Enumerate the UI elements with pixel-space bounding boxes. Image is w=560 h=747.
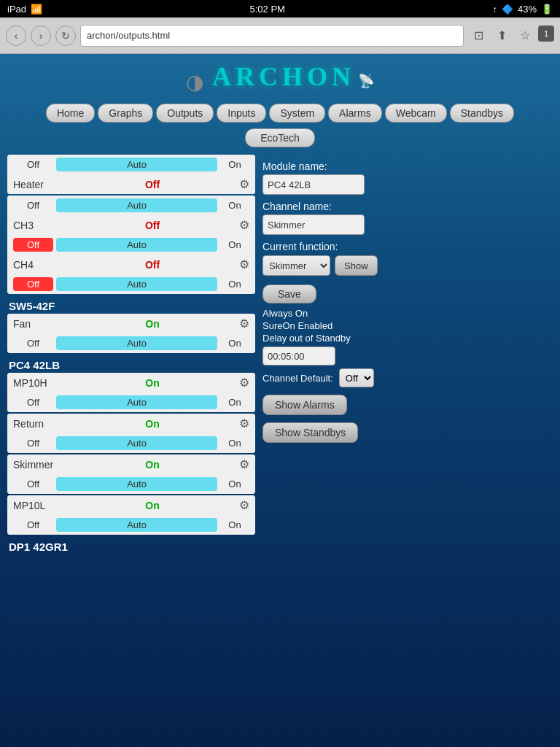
channel-name-label: Channel name: — [262, 201, 553, 212]
ch3-off2-btn[interactable]: Off — [13, 238, 53, 252]
show-button[interactable]: Show — [335, 255, 378, 276]
nav-ecotech[interactable]: EcoTech — [245, 128, 315, 147]
ch4-auto-btn[interactable]: Auto — [56, 277, 217, 291]
skimmer-auto-btn[interactable]: Auto — [56, 477, 217, 491]
show-alarms-button[interactable]: Show Alarms — [262, 395, 347, 415]
return-gear-icon[interactable]: ⚙ — [239, 417, 249, 430]
nav-system[interactable]: System — [269, 104, 325, 123]
channel-row-skimmer-name: Skimmer On ⚙ — [7, 454, 255, 474]
return-off-btn[interactable]: Off — [13, 436, 53, 450]
channel-block-return: Return On ⚙ Off Auto On — [7, 414, 255, 453]
channel-row-heater-controls: Off Auto On — [7, 155, 255, 174]
nav-webcam[interactable]: Webcam — [385, 104, 447, 123]
channel-row-mp10h-controls: Off Auto On — [7, 392, 255, 412]
group-label-sw5: SW5-42F — [7, 295, 255, 314]
heater-auto-btn[interactable]: Auto — [56, 158, 217, 171]
mp10l-label: MP10L — [13, 500, 71, 511]
ch3-auto2-btn[interactable]: Auto — [56, 238, 217, 252]
mp10l-auto-btn[interactable]: Auto — [56, 518, 217, 532]
left-panel: Off Auto On Heater Off ⚙ Off Auto On — [7, 155, 255, 554]
channel-row-ch4-name: CH4 Off ⚙ — [7, 255, 255, 274]
mp10l-off-btn[interactable]: Off — [13, 518, 53, 532]
mp10h-gear-icon[interactable]: ⚙ — [239, 376, 249, 390]
logo-icon: ◑ — [186, 70, 203, 94]
ch4-label: CH4 — [13, 259, 71, 271]
mp10l-gear-icon[interactable]: ⚙ — [239, 498, 249, 512]
share-btn[interactable]: ⬆ — [491, 26, 512, 46]
main-content: Off Auto On Heater Off ⚙ Off Auto On — [0, 155, 560, 554]
nav-alarms[interactable]: Alarms — [328, 104, 382, 123]
skimmer-gear-icon[interactable]: ⚙ — [239, 457, 249, 471]
nav-inputs[interactable]: Inputs — [217, 104, 266, 123]
heater-off-btn[interactable]: Off — [13, 158, 53, 171]
channel-block-skimmer: Skimmer On ⚙ Off Auto On — [7, 454, 255, 494]
ch3-label: CH3 — [13, 220, 71, 231]
mp10h-on-btn[interactable]: On — [220, 395, 249, 409]
return-auto-btn[interactable]: Auto — [56, 436, 217, 450]
ch3-on-btn[interactable]: On — [220, 198, 249, 212]
nav-bar: Home Graphs Outputs Inputs System Alarms… — [0, 98, 560, 128]
url-bar[interactable] — [80, 25, 464, 47]
status-left: iPad 📶 — [7, 4, 42, 15]
status-bar: iPad 📶 5:02 PM ↑ 🔷 43% 🔋 — [0, 0, 560, 18]
channel-row-mp10h-name: MP10H On ⚙ — [7, 373, 255, 392]
heater-on-btn[interactable]: On — [220, 158, 249, 171]
battery-text: 43% — [518, 4, 537, 15]
skimmer-off-btn[interactable]: Off — [13, 477, 53, 491]
forward-button[interactable]: › — [31, 26, 51, 46]
skimmer-label: Skimmer — [13, 459, 71, 471]
channel-row-ch3-name: CH3 Off ⚙ — [7, 215, 255, 235]
nav-graphs[interactable]: Graphs — [98, 104, 153, 123]
header-logo: ◑ ARCHON 📡 — [0, 54, 560, 98]
module-name-input[interactable] — [262, 174, 365, 195]
ocean-background: ◑ ARCHON 📡 Home Graphs Outputs Inputs Sy… — [0, 54, 560, 747]
save-button[interactable]: Save — [262, 285, 316, 303]
fan-off-btn[interactable]: Off — [13, 336, 53, 350]
channel-block-fan: Fan On ⚙ Off Auto On — [7, 314, 255, 353]
screen-btn[interactable]: ⊡ — [468, 26, 489, 46]
mp10h-auto-btn[interactable]: Auto — [56, 395, 217, 409]
wifi-icon: 📶 — [31, 4, 42, 15]
reload-button[interactable]: ↻ — [55, 26, 76, 46]
always-on-text: Always On — [262, 308, 553, 319]
channel-row-ch3-controls: Off Auto On — [7, 196, 255, 215]
ch4-gear-icon[interactable]: ⚙ — [239, 258, 249, 271]
function-select[interactable]: Skimmer Always On Heater — [262, 255, 330, 276]
sure-on-text: SureOn Enabled — [262, 320, 553, 331]
channel-default-select[interactable]: Off On — [339, 368, 374, 387]
heater-gear-icon[interactable]: ⚙ — [239, 177, 249, 191]
arrow-up-icon: ↑ — [492, 4, 497, 15]
nav-outputs[interactable]: Outputs — [156, 104, 214, 123]
ch3-off-btn[interactable]: Off — [13, 198, 53, 212]
right-panel: Module name: Channel name: Current funct… — [262, 155, 553, 554]
group-label-dp1: DP1 42GR1 — [7, 536, 255, 554]
tab-badge[interactable]: 1 — [538, 26, 554, 42]
nav-home[interactable]: Home — [46, 104, 95, 123]
mp10l-on-btn[interactable]: On — [220, 518, 249, 532]
ch3-on2-btn[interactable]: On — [220, 238, 249, 252]
mp10h-status: On — [71, 377, 233, 389]
channel-row-mp10l-name: MP10L On ⚙ — [7, 495, 255, 515]
ch4-off-btn[interactable]: Off — [13, 277, 53, 291]
browser-chrome: ‹ › ↻ ⊡ ⬆ ☆ 1 — [0, 18, 560, 54]
skimmer-on-btn[interactable]: On — [220, 477, 249, 491]
fan-gear-icon[interactable]: ⚙ — [239, 317, 249, 330]
mp10h-label: MP10H — [13, 377, 71, 389]
return-on-btn[interactable]: On — [220, 436, 249, 450]
show-standbys-button[interactable]: Show Standbys — [262, 422, 358, 443]
ch4-on-btn[interactable]: On — [220, 277, 249, 291]
fan-label: Fan — [13, 318, 71, 330]
fan-on-btn[interactable]: On — [220, 336, 249, 350]
skimmer-status: On — [71, 459, 233, 471]
ch3-gear-icon[interactable]: ⚙ — [239, 218, 249, 232]
ch4-status: Off — [71, 259, 233, 271]
channel-name-input[interactable] — [262, 214, 365, 235]
carrier-text: iPad — [7, 4, 26, 15]
mp10h-off-btn[interactable]: Off — [13, 395, 53, 409]
bookmark-btn[interactable]: ☆ — [515, 26, 535, 46]
fan-auto-btn[interactable]: Auto — [56, 336, 217, 350]
ch3-auto-btn[interactable]: Auto — [56, 198, 217, 212]
nav-standbys[interactable]: Standbys — [450, 104, 514, 123]
back-button[interactable]: ‹ — [6, 26, 26, 46]
time-input[interactable] — [262, 347, 335, 365]
